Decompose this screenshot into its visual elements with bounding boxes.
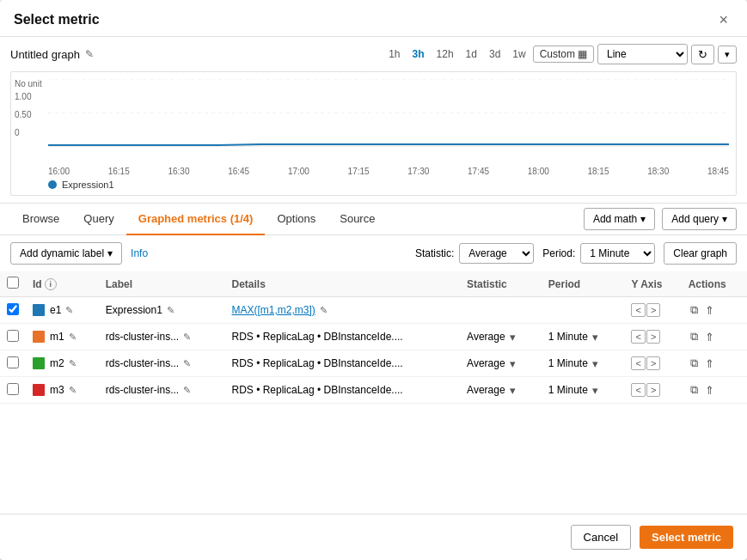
row-m3-edit-icon[interactable]: ✎ <box>69 385 77 396</box>
row-m1-move-up-button[interactable]: ⇑ <box>703 328 716 345</box>
time-btn-1d[interactable]: 1d <box>461 46 482 63</box>
row-e1-copy-button[interactable]: ⧉ <box>689 301 700 319</box>
time-btn-12h[interactable]: 12h <box>432 46 459 63</box>
row-m1-period-dropdown[interactable]: ▾ <box>591 329 600 345</box>
row-m3-copy-button[interactable]: ⧉ <box>689 381 700 399</box>
add-query-button[interactable]: Add query ▾ <box>662 208 737 230</box>
add-math-button[interactable]: Add math ▾ <box>584 208 655 230</box>
table-row: e1 ✎ Expression1 ✎ MAX([m1,m2,m3]) <box>0 297 747 324</box>
time-btn-1w[interactable]: 1w <box>507 46 530 63</box>
period-label: Period: <box>542 247 575 259</box>
select-metric-modal: Select metric × Untitled graph ✎ 1h 3h 1… <box>0 0 747 560</box>
chart-legend: Expression1 <box>48 180 729 190</box>
graph-name-edit-icon[interactable]: ✎ <box>85 48 94 60</box>
period-select[interactable]: 1 Minute 5 Minutes 1 Hour <box>580 243 655 264</box>
info-link[interactable]: Info <box>131 247 148 259</box>
row-m2-id: m2 <box>50 357 64 369</box>
row-e1-yaxis-right[interactable]: > <box>646 303 660 317</box>
row-m1-statistic-dropdown[interactable]: ▾ <box>508 329 517 345</box>
row-e1-checkbox[interactable] <box>7 303 19 315</box>
row-m3-yaxis-right[interactable]: > <box>646 383 660 397</box>
table-row: m3 ✎ rds-cluster-ins... ✎ RDS • ReplicaL… <box>0 377 747 404</box>
row-e1-edit-icon[interactable]: ✎ <box>65 305 73 316</box>
row-e1-details-cell: MAX([m1,m2,m3]) ✎ <box>224 297 460 324</box>
row-m3-statistic-dropdown[interactable]: ▾ <box>508 382 517 399</box>
row-e1-move-up-button[interactable]: ⇑ <box>703 301 716 319</box>
time-btn-3d[interactable]: 3d <box>484 46 505 63</box>
line-select-group: Line Stacked area Number ↻ ▾ <box>597 44 737 64</box>
tab-browse[interactable]: Browse <box>10 204 71 235</box>
row-e1-yaxis-left[interactable]: < <box>631 303 645 317</box>
row-m2-copy-button[interactable]: ⧉ <box>689 355 700 372</box>
row-m1-yaxis-left[interactable]: < <box>631 330 645 344</box>
row-m1-id: m1 <box>50 331 64 343</box>
custom-label: Custom <box>540 48 575 60</box>
row-e1-details-edit-icon[interactable]: ✎ <box>320 305 328 316</box>
row-e1-id-cell: e1 ✎ <box>26 297 99 324</box>
row-m2-checkbox[interactable] <box>7 356 19 368</box>
time-btn-custom[interactable]: Custom ▦ <box>533 46 594 63</box>
row-e1-expression[interactable]: MAX([m1,m2,m3]) <box>231 304 315 316</box>
row-m2-edit-icon[interactable]: ✎ <box>69 358 77 369</box>
x-label-1645: 16:45 <box>228 167 249 176</box>
refresh-button[interactable]: ↻ <box>691 45 714 64</box>
row-m1-copy-button[interactable]: ⧉ <box>689 328 700 345</box>
row-m3-period-cell: 1 Minute ▾ <box>542 377 625 404</box>
statistic-label: Statistic: <box>415 247 454 259</box>
tab-source[interactable]: Source <box>328 204 387 235</box>
time-btn-1h[interactable]: 1h <box>383 46 405 63</box>
row-m2-move-up-button[interactable]: ⇑ <box>703 355 716 372</box>
x-label-1745: 17:45 <box>468 167 489 176</box>
col-header-actions: Actions <box>682 271 747 297</box>
graph-section: Untitled graph ✎ 1h 3h 12h 1d 3d 1w Cust… <box>0 37 747 204</box>
row-m3-label-edit-icon[interactable]: ✎ <box>183 385 191 396</box>
select-metric-button[interactable]: Select metric <box>640 526 733 549</box>
row-m3-color <box>33 384 45 396</box>
period-group: Period: 1 Minute 5 Minutes 1 Hour <box>542 243 655 264</box>
row-m2-label-edit-icon[interactable]: ✎ <box>183 358 191 369</box>
row-e1-color <box>33 304 45 316</box>
graph-dropdown-button[interactable]: ▾ <box>718 46 737 64</box>
tab-actions: Add math ▾ Add query ▾ <box>584 208 737 230</box>
row-m2-yaxis-right[interactable]: > <box>646 356 660 370</box>
chart-svg <box>48 79 729 148</box>
close-button[interactable]: × <box>713 10 733 29</box>
chart-type-select[interactable]: Line Stacked area Number <box>597 44 688 64</box>
row-m2-statistic-dropdown[interactable]: ▾ <box>508 356 517 372</box>
row-m1-yaxis-cell: < > <box>624 324 681 350</box>
add-query-label: Add query <box>671 213 719 225</box>
statistic-select[interactable]: Average Sum Minimum Maximum <box>459 243 534 264</box>
row-m1-label-edit-icon[interactable]: ✎ <box>183 332 191 343</box>
row-m3-details-cell: RDS • ReplicaLag • DBInstanceIde.... <box>224 377 460 404</box>
legend-dot-expression1 <box>48 180 57 189</box>
add-query-dropdown-icon: ▾ <box>722 213 727 225</box>
select-all-checkbox[interactable] <box>7 277 19 289</box>
row-m3-period-dropdown[interactable]: ▾ <box>591 382 600 399</box>
time-btn-3h[interactable]: 3h <box>407 46 430 63</box>
clear-graph-button[interactable]: Clear graph <box>664 242 737 265</box>
row-m2-yaxis-left[interactable]: < <box>631 356 645 370</box>
tab-options[interactable]: Options <box>265 204 328 235</box>
graph-toolbar: Untitled graph ✎ 1h 3h 12h 1d 3d 1w Cust… <box>10 44 737 64</box>
y-value-1: 1.00 <box>15 92 42 101</box>
row-m1-checkbox[interactable] <box>7 330 19 342</box>
cancel-button[interactable]: Cancel <box>571 525 631 550</box>
row-m1-yaxis-right[interactable]: > <box>646 330 660 344</box>
row-m1-edit-icon[interactable]: ✎ <box>69 332 77 343</box>
tab-query[interactable]: Query <box>71 204 126 235</box>
tab-graphed-metrics[interactable]: Graphed metrics (1/4) <box>126 204 266 235</box>
row-e1-label-cell: Expression1 ✎ <box>99 297 225 324</box>
row-m3-checkbox[interactable] <box>7 383 19 395</box>
table-row: m2 ✎ rds-cluster-ins... ✎ RDS • ReplicaL… <box>0 350 747 377</box>
row-e1-label-edit-icon[interactable]: ✎ <box>167 305 175 316</box>
row-m2-period-dropdown[interactable]: ▾ <box>591 356 600 372</box>
row-m1-details: RDS • ReplicaLag • DBInstanceIde.... <box>231 331 402 343</box>
row-m3-yaxis-left[interactable]: < <box>631 383 645 397</box>
x-label-1615: 16:15 <box>108 167 130 176</box>
row-m3-move-up-button[interactable]: ⇑ <box>703 381 716 399</box>
x-label-1800: 18:00 <box>528 167 549 176</box>
add-math-dropdown-icon: ▾ <box>640 213 646 225</box>
add-dynamic-label-button[interactable]: Add dynamic label ▾ <box>10 242 122 265</box>
row-m3-yaxis-cell: < > <box>624 377 681 404</box>
id-info-icon[interactable]: i <box>45 278 57 290</box>
